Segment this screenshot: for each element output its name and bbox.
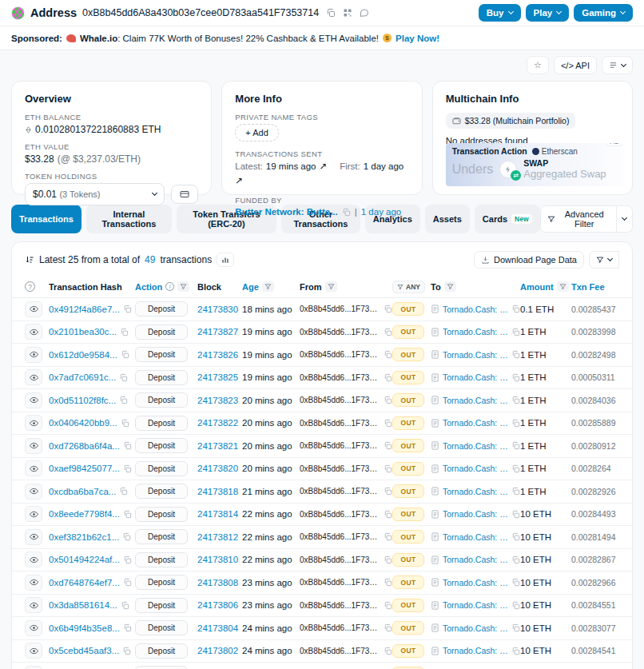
method-badge[interactable]: Deposit	[135, 301, 188, 317]
copy-icon[interactable]	[120, 328, 129, 336]
method-badge[interactable]: Deposit	[135, 461, 188, 476]
transaction-hash-link[interactable]: 0x501494224af...	[49, 555, 120, 564]
column-txn-fee[interactable]: Txn Fee	[571, 282, 605, 292]
copy-icon[interactable]	[384, 328, 392, 336]
copy-icon[interactable]	[123, 441, 132, 450]
action-filter-icon[interactable]	[177, 281, 189, 292]
to-address-link[interactable]: Tornado.Cash: Ro...	[443, 532, 508, 542]
to-address-link[interactable]: Tornado.Cash: Ro...	[443, 509, 508, 519]
copy-icon[interactable]	[511, 601, 520, 610]
method-badge[interactable]: Deposit	[135, 325, 188, 340]
to-address-link[interactable]: Tornado.Cash: Ro...	[443, 464, 508, 473]
copy-icon[interactable]	[511, 373, 520, 382]
block-link[interactable]: 24173804	[197, 623, 238, 633]
block-link[interactable]: 24173808	[197, 578, 238, 587]
copy-icon[interactable]	[384, 350, 392, 359]
block-link[interactable]: 24173802	[197, 646, 238, 655]
copy-icon[interactable]	[121, 601, 129, 610]
transaction-hash-link[interactable]: 0x6b49f4b35e8...	[49, 623, 120, 633]
copy-icon[interactable]	[384, 305, 392, 313]
transaction-hash-link[interactable]: 0x4912f4a86e7...	[49, 305, 120, 314]
to-address-link[interactable]: Tornado.Cash: Ro...	[443, 646, 508, 655]
copy-icon[interactable]	[123, 510, 132, 519]
method-badge[interactable]: Deposit	[135, 598, 188, 613]
copy-icon[interactable]	[384, 578, 392, 587]
copy-icon[interactable]	[511, 647, 520, 655]
to-address-link[interactable]: Tornado.Cash: Ro...	[443, 487, 508, 496]
copy-icon[interactable]	[121, 350, 129, 359]
copy-icon[interactable]	[511, 441, 520, 450]
transaction-hash-link[interactable]: 0xef3821b62c1...	[49, 532, 119, 542]
download-page-data-button[interactable]: Download Page Data	[474, 251, 584, 269]
copy-icon[interactable]	[123, 305, 132, 313]
copy-icon[interactable]	[511, 328, 520, 336]
preview-eye-button[interactable]	[25, 575, 42, 591]
preview-eye-button[interactable]	[25, 643, 42, 659]
view-options-button[interactable]	[602, 56, 633, 74]
transaction-hash-link[interactable]: 0x612d0e9584...	[49, 350, 117, 360]
latest-external-link-icon[interactable]: ↗	[320, 161, 328, 172]
method-badge[interactable]: Deposit	[135, 552, 188, 567]
ad-banner[interactable]: Ad Transaction Action Etherscan Unders ⇄…	[446, 143, 624, 186]
transaction-hash-link[interactable]: 0x0d51102f8fc...	[49, 396, 116, 405]
summary-count[interactable]: 49	[145, 254, 155, 265]
to-address-link[interactable]: Tornado.Cash: Ro...	[443, 327, 508, 336]
copy-icon[interactable]	[511, 487, 520, 496]
comment-icon[interactable]	[360, 8, 369, 18]
transaction-hash-link[interactable]: 0xaef98425077...	[49, 464, 120, 473]
help-question-icon[interactable]: ?	[25, 281, 35, 292]
block-link[interactable]: 24173823	[197, 396, 238, 405]
to-address-link[interactable]: Tornado.Cash: Ro...	[443, 578, 508, 587]
tab-transactions[interactable]: Transactions	[11, 205, 81, 233]
advanced-filter-dropdown[interactable]	[617, 205, 633, 233]
play-now-link[interactable]: Play Now!	[396, 34, 439, 43]
transaction-hash-link[interactable]: 0x5cebd45aaf3...	[49, 646, 119, 655]
copy-icon[interactable]	[384, 419, 392, 428]
table-filter-funnel[interactable]	[589, 251, 619, 269]
block-link[interactable]: 24173818	[197, 487, 238, 496]
method-badge[interactable]: Deposit	[135, 620, 188, 635]
method-badge[interactable]: Deposit	[135, 529, 188, 544]
to-address-link[interactable]: Tornado.Cash: Ro...	[443, 396, 508, 405]
column-amount[interactable]: Amount	[520, 282, 554, 292]
copy-icon[interactable]	[511, 305, 520, 313]
funded-age-link[interactable]: 1 day ago	[361, 207, 402, 217]
block-link[interactable]: 24173827	[197, 327, 238, 336]
api-button[interactable]: </> API	[554, 56, 597, 74]
transaction-hash-link[interactable]: 0x3da8581614...	[49, 600, 117, 610]
funded-by-link[interactable]: Butter Network: Butte...	[235, 207, 337, 217]
copy-icon[interactable]	[384, 487, 392, 496]
copy-icon[interactable]	[123, 623, 132, 632]
copy-icon[interactable]	[123, 578, 132, 587]
copy-icon[interactable]	[119, 373, 128, 382]
copy-icon[interactable]	[511, 556, 520, 564]
age-filter-icon[interactable]	[262, 281, 274, 292]
to-address-link[interactable]: Tornado.Cash: Ro...	[443, 350, 508, 360]
preview-eye-button[interactable]	[25, 666, 42, 669]
preview-eye-button[interactable]	[25, 506, 42, 522]
gaming-button[interactable]: Gaming	[574, 4, 633, 22]
tab-cards[interactable]: Cards New	[475, 205, 540, 233]
sort-icon[interactable]	[25, 255, 34, 265]
block-link[interactable]: 24173822	[197, 418, 238, 428]
favorite-star-button[interactable]: ☆	[527, 56, 549, 74]
preview-eye-button[interactable]	[25, 460, 42, 476]
preview-eye-button[interactable]	[25, 529, 42, 545]
method-badge[interactable]: Deposit	[135, 438, 188, 453]
copy-icon[interactable]	[384, 373, 392, 382]
to-address-link[interactable]: Tornado.Cash: Ro...	[443, 305, 508, 314]
transaction-hash-link[interactable]: 0xd7268ba6f4a...	[49, 441, 120, 451]
to-address-link[interactable]: Tornado.Cash: Ro...	[443, 623, 508, 633]
copy-icon[interactable]	[123, 464, 132, 473]
to-address-link[interactable]: Tornado.Cash: Ro...	[443, 555, 508, 564]
block-link[interactable]: 24173830	[197, 305, 238, 314]
copy-icon[interactable]	[384, 647, 392, 655]
column-action[interactable]: Action	[135, 282, 162, 292]
first-external-link-icon[interactable]: ↗	[235, 175, 243, 186]
method-badge[interactable]: Deposit	[135, 484, 188, 499]
method-badge[interactable]: Deposit	[135, 370, 188, 385]
copy-icon[interactable]	[122, 647, 131, 655]
method-badge[interactable]: Deposit	[135, 666, 188, 669]
copy-icon[interactable]	[384, 601, 392, 610]
chart-view-button[interactable]	[217, 253, 234, 267]
